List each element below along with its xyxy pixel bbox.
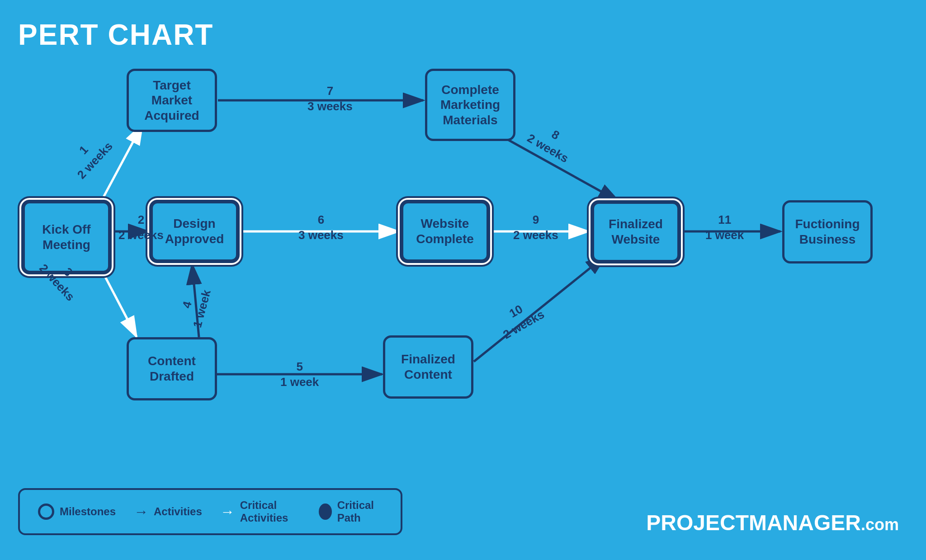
arrow-label-8: 8 2 weeks bbox=[524, 118, 579, 166]
arrow-label-11: 11 1 week bbox=[705, 212, 744, 243]
arrow-label-9: 9 2 weeks bbox=[513, 212, 558, 243]
legend-critical-activities: → Critical Activities bbox=[220, 499, 301, 524]
node-website-complete: WebsiteComplete bbox=[400, 200, 490, 263]
legend-critical-activities-label: Critical Activities bbox=[240, 499, 301, 524]
arrow-label-10: 10 2 weeks bbox=[493, 294, 547, 343]
brand-logo: PROJECTMANAGER.com bbox=[646, 510, 899, 535]
legend-activities: → Activities bbox=[134, 504, 202, 520]
brand-project: PROJECT bbox=[646, 511, 749, 535]
arrow-label-1: 1 2 weeks bbox=[63, 128, 116, 182]
node-target-market: Target MarketAcquired bbox=[127, 69, 217, 132]
legend-activities-label: Activities bbox=[154, 505, 202, 518]
legend-critical-path: Critical Path bbox=[319, 499, 383, 524]
critical-activity-arrow-icon: → bbox=[220, 504, 235, 520]
arrow-label-5: 5 1 week bbox=[280, 359, 319, 390]
arrow-label-6: 6 3 weeks bbox=[298, 212, 344, 243]
brand-com: .com bbox=[861, 515, 899, 534]
milestone-icon bbox=[38, 504, 54, 520]
legend-milestones: Milestones bbox=[38, 504, 116, 520]
arrow-label-7: 7 3 weeks bbox=[307, 84, 353, 114]
page-title: PERT CHART bbox=[18, 18, 213, 52]
critical-path-icon bbox=[319, 504, 332, 520]
legend-critical-path-label: Critical Path bbox=[337, 499, 383, 524]
node-functioning-business: FuctioningBusiness bbox=[782, 200, 873, 264]
arrow-label-2: 2 2 weeks bbox=[118, 212, 164, 243]
node-complete-marketing: CompleteMarketingMaterials bbox=[425, 69, 515, 141]
brand-manager: MANAGER bbox=[749, 511, 861, 535]
legend: Milestones → Activities → Critical Activ… bbox=[18, 488, 402, 535]
legend-milestones-label: Milestones bbox=[60, 505, 116, 518]
arrow-label-4: 4 1 week bbox=[175, 284, 214, 329]
node-finalized-content: FinalizedContent bbox=[383, 335, 473, 399]
node-finalized-website: FinalizedWebsite bbox=[591, 200, 681, 264]
node-content-drafted: ContentDrafted bbox=[127, 337, 217, 400]
activity-arrow-icon: → bbox=[134, 504, 148, 520]
